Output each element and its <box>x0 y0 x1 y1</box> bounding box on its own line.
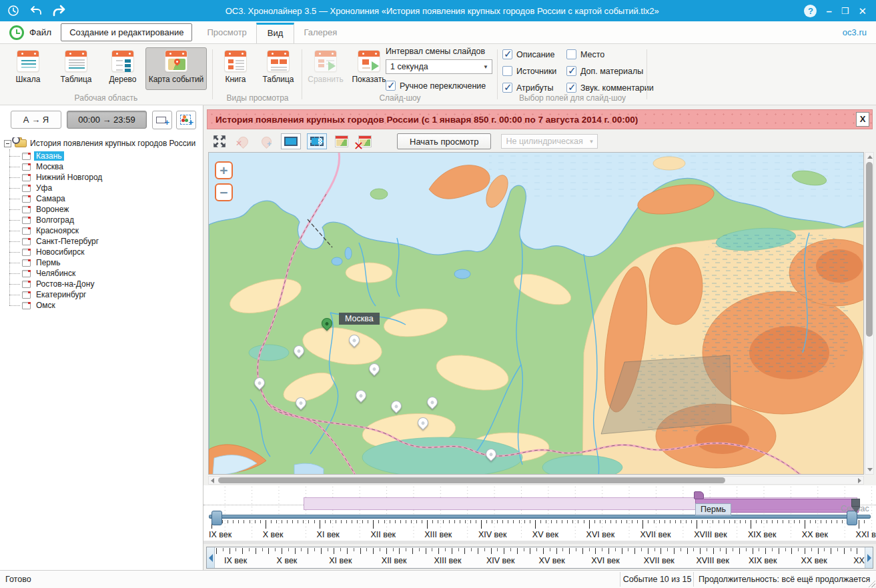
tree-item-city[interactable]: Москва <box>22 161 200 172</box>
horizontal-scroll-thumb[interactable] <box>218 477 725 483</box>
field-checkbox-row[interactable]: Описание <box>502 49 556 60</box>
tab-gallery[interactable]: Галерея <box>294 23 346 41</box>
slideshow-show-button[interactable]: Показать <box>347 47 391 90</box>
views-table-button[interactable]: Таблица <box>256 47 300 90</box>
tree-item-city[interactable]: Самара <box>22 193 200 204</box>
file-menu-button[interactable]: Файл <box>0 25 61 40</box>
tree-item-city[interactable]: Омск <box>22 300 200 311</box>
scroll-left-icon[interactable] <box>211 478 214 483</box>
tab-view-mode[interactable]: Просмотр <box>197 23 256 41</box>
tree-item-city[interactable]: Челябинск <box>22 268 200 279</box>
checkbox[interactable] <box>502 66 512 76</box>
century-label: XIX век <box>749 556 777 565</box>
checkbox[interactable] <box>502 83 512 93</box>
map-layer-icon[interactable] <box>333 133 350 150</box>
century-label: XIX век <box>748 530 777 539</box>
event-flag-marker[interactable] <box>694 491 704 499</box>
tree-root-row[interactable]: История появления крупных городов России <box>4 137 200 149</box>
tree-root-label: История появления крупных городов России <box>30 139 195 148</box>
tab-vid[interactable]: Вид <box>256 23 295 43</box>
tree-item-city[interactable]: Санкт-Петербург <box>22 236 200 247</box>
maximize-button[interactable]: ❒ <box>841 7 849 15</box>
add-event-button[interactable]: + <box>152 111 172 129</box>
workspace-events-map-button[interactable]: Карта событий <box>145 47 207 90</box>
map-close-button[interactable]: X <box>856 112 869 127</box>
scroll-down-icon[interactable] <box>867 468 873 471</box>
field-checkbox-row[interactable]: Звук. комментарии <box>566 82 654 93</box>
tab-create-edit[interactable]: Создание и редактирование <box>61 23 192 41</box>
manual-switch-checkbox[interactable]: Ручное переключение <box>386 80 496 91</box>
tree-item-city[interactable]: Екатеринбург <box>22 289 200 300</box>
dashed-selection-tool-icon[interactable] <box>307 133 327 149</box>
event-doc-icon <box>22 174 31 181</box>
tree-item-city[interactable]: Новосибирск <box>22 247 200 257</box>
timeline-right-handle[interactable] <box>847 511 857 525</box>
century-label: X век <box>263 530 284 539</box>
app-window: ОС3. Хронолайнер 3.5 — Хронолиния «Истор… <box>0 0 876 588</box>
checkbox[interactable] <box>566 66 576 76</box>
tree-item-city[interactable]: Волгоград <box>22 215 200 225</box>
timeline-slider-track[interactable] <box>209 515 871 519</box>
timeline-navigator[interactable]: IX векX векXI векXII векXIII векXIV векX… <box>206 547 873 569</box>
tree-item-label: Санкт-Петербург <box>34 237 101 246</box>
map-vertical-scrollbar[interactable] <box>865 152 874 475</box>
tree-item-city[interactable]: Уфа <box>22 183 200 193</box>
tree-item-city[interactable]: Казань <box>22 151 200 161</box>
tree-item-city[interactable]: Воронеж <box>22 204 200 215</box>
oc3-link[interactable]: oc3.ru <box>843 27 867 37</box>
tree-item-label: Челябинск <box>34 269 77 278</box>
checkbox-label: Место <box>580 50 604 59</box>
add-image-selection-button[interactable]: + <box>176 111 196 129</box>
workspace-table-button[interactable]: Таблица <box>52 47 100 90</box>
timeline-left-handle[interactable] <box>211 511 222 525</box>
scroll-right-icon[interactable] <box>858 478 861 483</box>
sidebar: А → Я 00:00 → 23:59 + + История появлени… <box>0 105 203 570</box>
event-doc-icon <box>22 153 31 160</box>
clock-icon[interactable] <box>5 3 21 19</box>
start-view-button[interactable]: Начать просмотр <box>397 133 491 149</box>
tree-item-city[interactable]: Нижний Новгород <box>22 172 200 183</box>
field-checkbox-row[interactable]: Атрибуты <box>502 82 556 93</box>
navigator-right-arrow[interactable] <box>865 547 873 568</box>
solid-selection-tool-icon[interactable] <box>281 133 301 149</box>
century-label: X век <box>277 556 298 565</box>
field-checkbox-row[interactable]: Место <box>566 49 654 60</box>
city-tree-list: КазаньМоскваНижний НовгородУфаСамараВоро… <box>4 151 200 311</box>
workspace-scale-button[interactable]: Шкала <box>4 47 52 90</box>
delete-map-icon[interactable]: ✕ <box>356 133 374 150</box>
checkbox[interactable] <box>566 83 576 93</box>
fullscreen-icon[interactable] <box>211 133 228 150</box>
field-checkbox-row[interactable]: Доп. материалы <box>566 65 654 77</box>
time-range-button[interactable]: 00:00 → 23:59 <box>67 111 147 129</box>
checkbox-label: Доп. материалы <box>580 67 643 76</box>
interval-dropdown[interactable]: 1 секунда <box>386 59 492 74</box>
checkbox[interactable] <box>386 81 396 91</box>
navigator-left-arrow[interactable] <box>207 547 215 568</box>
close-button[interactable]: ✕ <box>858 6 867 16</box>
help-icon[interactable]: ? <box>804 5 817 17</box>
minimize-button[interactable]: – <box>826 6 831 16</box>
checkbox[interactable] <box>566 49 576 59</box>
event-doc-icon <box>22 206 31 213</box>
tree-item-city[interactable]: Ростов-на-Дону <box>22 279 200 289</box>
map-horizontal-scrollbar[interactable] <box>208 476 864 485</box>
events-map[interactable]: + − Москва <box>208 152 864 475</box>
map-zoom-out-button[interactable]: − <box>215 183 233 201</box>
sort-alphabet-button[interactable]: А → Я <box>11 111 61 129</box>
map-panel-title: История появления крупных городов России… <box>207 115 856 125</box>
map-panel: История появления крупных городов России… <box>203 105 876 570</box>
scroll-up-icon[interactable] <box>867 155 873 159</box>
tree-item-city[interactable]: Пермь <box>22 257 200 268</box>
undo-icon[interactable] <box>28 3 44 19</box>
tree-item-city[interactable]: Красноярск <box>22 225 200 236</box>
views-book-button[interactable]: Книга <box>215 47 256 90</box>
vertical-scroll-thumb[interactable] <box>866 162 873 337</box>
current-time-cursor[interactable] <box>851 499 860 507</box>
tree-collapse-icon[interactable] <box>4 140 11 147</box>
field-checkbox-row[interactable]: Источники <box>502 65 556 77</box>
workspace-tree-button[interactable]: Дерево <box>99 47 147 90</box>
compare-icon <box>314 50 337 72</box>
redo-icon[interactable] <box>51 3 67 19</box>
map-zoom-in-button[interactable]: + <box>215 161 233 179</box>
checkbox[interactable] <box>502 49 512 59</box>
